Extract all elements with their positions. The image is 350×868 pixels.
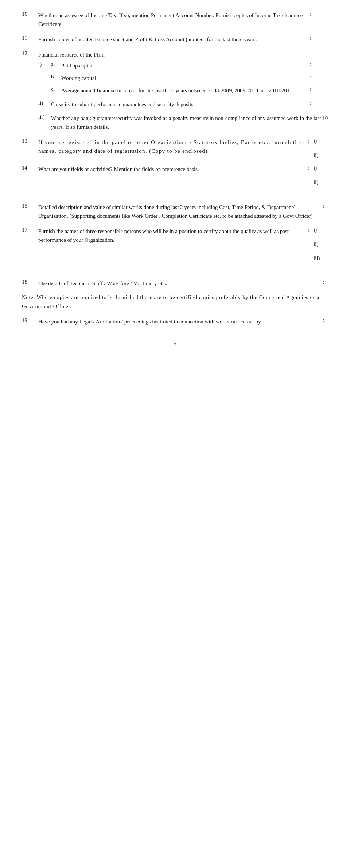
colon-17: : [306, 227, 314, 272]
roman-17-iii: iii) [314, 255, 328, 261]
roman-17-ii: ii) [314, 241, 328, 247]
romans-13: i) ii) [314, 138, 328, 158]
sub-label-i: i) [38, 61, 51, 67]
sub-label-a: a. [51, 61, 61, 67]
colon-18: : [321, 279, 328, 288]
item-19: 19 Have you had any Legal / Arbitration … [22, 317, 328, 326]
item-number-18: 18 [22, 279, 38, 288]
item-13: 13 If you are registered in the panel of… [22, 138, 328, 158]
item-colon-10: : [306, 11, 328, 17]
colon-14: : [306, 165, 314, 196]
sub-label-b: b. [51, 74, 61, 80]
item-14: 14 What are your fields of activities? M… [22, 165, 328, 196]
roman-17-i: i) [314, 227, 328, 233]
romans-17: i) ii) iii) [314, 227, 328, 272]
roman-13-i: i) [314, 138, 328, 144]
item-content-11: Furnish copies of audited balance sheet … [38, 35, 306, 44]
item-17: 17 Furnish the names of three responsibl… [22, 227, 328, 272]
colon-capacity: : [306, 100, 328, 106]
page-number: 5 [174, 341, 176, 346]
colon-paid-up: : [306, 61, 328, 67]
item-number-13: 13 [22, 138, 38, 158]
item-18-row: 18 The details of Technical Staff / Work… [22, 279, 328, 288]
roman-14-ii: ii) [314, 179, 328, 185]
item-number-14: 14 [22, 165, 38, 196]
item-content-18: The details of Technical Staff / Work fo… [38, 279, 321, 288]
item-number-19: 19 [22, 317, 38, 326]
item-content-14: What are your fields of activities? Ment… [38, 165, 306, 196]
capacity-submit: Capacity to submit performance guarantee… [51, 100, 306, 109]
item-number-11: 11 [22, 35, 38, 41]
sub-label-ii: ii) [38, 100, 51, 106]
item-content-12: Financial resource of the Firm [38, 50, 328, 59]
item-colon-11: : [306, 35, 328, 41]
note-text-18: Note: Where copies are required to be fu… [22, 293, 328, 311]
working-capital: Working capital [61, 74, 306, 82]
item-content-19: Have you had any Legal / Arbitration / p… [38, 317, 321, 326]
item-number-17: 17 [22, 227, 38, 272]
item-11: 11 Furnish copies of audited balance she… [22, 35, 328, 44]
sub-label-iii: iii) [38, 114, 51, 120]
item-number-12: 12 [22, 50, 38, 59]
page-footer: 5 [22, 341, 328, 347]
roman-14-i: i) [314, 165, 328, 171]
item-15: 15 Detailed description and value of sim… [22, 203, 328, 220]
sub-label-c: c. [51, 86, 61, 92]
item-content-17: Furnish the names of three responsible p… [38, 227, 306, 272]
colon-average: : [306, 86, 328, 92]
item-10: 10 Whether an assessee of Income Tax. If… [22, 11, 328, 28]
item-content-13: If you are registered in the panel of ot… [38, 138, 306, 158]
item-12: 12 Financial resource of the Firm i) a. … [22, 50, 328, 131]
item-content-15: Detailed description and value of simila… [38, 203, 321, 220]
page-content: 10 Whether an assessee of Income Tax. If… [22, 11, 328, 347]
item-content-10: Whether an assessee of Income Tax. If so… [38, 11, 306, 28]
average-annual: Average annual financial turn over for t… [61, 86, 306, 95]
colon-15: : [321, 203, 328, 220]
item-number-15: 15 [22, 203, 38, 220]
romans-14: i) ii) [314, 165, 328, 196]
bank-guarantee: Whether any bank guarantee/security was … [51, 114, 328, 131]
colon-working: : [306, 74, 328, 80]
paid-up-capital: Paid up capital [61, 61, 306, 70]
colon-13: : [306, 138, 314, 158]
item-18: 18 The details of Technical Staff / Work… [22, 279, 328, 311]
colon-19: : [321, 317, 328, 326]
item-18-note: Note: Where copies are required to be fu… [22, 293, 328, 311]
roman-13-ii: ii) [314, 152, 328, 158]
item-number-10: 10 [22, 11, 38, 17]
